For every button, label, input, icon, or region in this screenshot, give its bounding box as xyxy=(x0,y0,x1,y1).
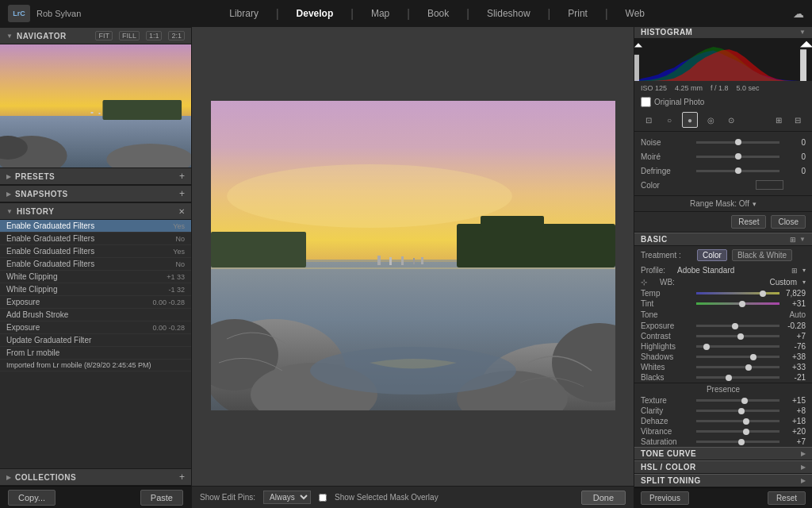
exposure-slider[interactable] xyxy=(696,325,779,327)
show-mask-checkbox[interactable] xyxy=(319,494,327,502)
nav-map[interactable]: Map xyxy=(368,6,393,21)
radial-filter-icon[interactable]: ◎ xyxy=(703,112,718,128)
vibrance-slider[interactable] xyxy=(696,430,779,433)
history-x-icon[interactable]: ✕ xyxy=(178,207,185,216)
clarity-slider[interactable] xyxy=(696,410,779,412)
basic-section-header[interactable]: Basic ⊞ ▼ xyxy=(634,233,812,246)
2to1-btn[interactable]: 2:1 xyxy=(168,31,185,40)
graduated-filter-icon[interactable]: ● xyxy=(682,112,698,128)
highlights-slider[interactable] xyxy=(696,345,779,348)
reset-close-row: Reset Close xyxy=(634,212,812,233)
color-picker[interactable] xyxy=(756,180,783,190)
svg-rect-15 xyxy=(211,232,306,267)
layout-icons: ⊞ ⊟ xyxy=(771,112,806,128)
1to1-btn[interactable]: 1:1 xyxy=(146,31,163,40)
saturation-slider[interactable] xyxy=(696,441,779,443)
history-item[interactable]: Add Brush Stroke xyxy=(0,309,191,321)
copy-button[interactable]: Copy... xyxy=(8,490,56,506)
navigator-triangle: ▼ xyxy=(6,33,13,40)
history-item-name: Add Brush Stroke xyxy=(6,310,181,319)
snapshots-header[interactable]: ▶ Snapshots + xyxy=(0,185,191,202)
history-item-name: Exposure xyxy=(6,323,148,332)
nav-library[interactable]: Library xyxy=(226,6,262,21)
collections-header[interactable]: ▶ Collections + xyxy=(0,468,191,486)
close-button[interactable]: Close xyxy=(771,215,806,229)
defringe-value: 0 xyxy=(783,167,806,175)
profile-dropdown-icon[interactable]: ▾ xyxy=(802,267,806,274)
spot-heal-icon[interactable]: ○ xyxy=(661,112,677,128)
done-button[interactable]: Done xyxy=(581,491,626,505)
history-item[interactable]: Enable Graduated Filters No xyxy=(0,258,191,271)
history-item[interactable]: White Clipping -1 32 xyxy=(0,283,191,296)
nav-web[interactable]: Web xyxy=(622,6,648,21)
snapshots-add-icon[interactable]: + xyxy=(179,188,185,199)
history-item[interactable]: Exposure 0.00 -0.28 xyxy=(0,321,191,334)
profile-browse-icon[interactable]: ⊞ xyxy=(791,267,798,275)
svg-rect-6 xyxy=(91,112,94,114)
nav-book[interactable]: Book xyxy=(424,6,452,21)
grid-icon[interactable]: ⊞ xyxy=(771,112,787,128)
dehaze-slider[interactable] xyxy=(696,420,779,422)
history-item[interactable]: Exposure 0.00 -0.28 xyxy=(0,296,191,309)
hsl-header[interactable]: HSL / Color ▶ xyxy=(634,460,812,474)
cloud-icon[interactable]: ☁ xyxy=(793,7,804,20)
basic-expand-icon[interactable]: ⊞ xyxy=(790,236,796,244)
nav-develop[interactable]: Develop xyxy=(293,6,337,21)
paste-button[interactable]: Paste xyxy=(140,490,183,506)
blacks-label: Blacks xyxy=(641,373,692,382)
presets-header[interactable]: ▶ Presets + xyxy=(0,167,191,185)
reset-bottom-button[interactable]: Reset xyxy=(768,491,806,505)
tint-slider[interactable] xyxy=(696,302,779,305)
texture-slider[interactable] xyxy=(696,399,779,402)
histogram-header[interactable]: Histogram ▼ xyxy=(634,27,812,39)
collections-add-icon[interactable]: + xyxy=(179,471,185,483)
history-item[interactable]: Update Graduated Filter xyxy=(0,334,191,347)
split-toning-header[interactable]: Split Toning ▶ xyxy=(634,474,812,487)
saturation-label: Saturation xyxy=(641,437,692,446)
temp-slider[interactable] xyxy=(696,292,779,294)
nav-slideshow[interactable]: Slideshow xyxy=(484,6,534,21)
crop-tool-icon[interactable]: ⊡ xyxy=(641,112,657,128)
whites-slider[interactable] xyxy=(696,366,779,368)
brush-tool-icon[interactable]: ⊙ xyxy=(723,112,739,128)
fill-btn[interactable]: FILL xyxy=(119,31,140,40)
history-item[interactable]: Enable Graduated Filters Yes xyxy=(0,220,191,233)
treatment-bw-btn[interactable]: Black & White xyxy=(732,249,792,261)
fit-btn[interactable]: FIT xyxy=(95,31,113,40)
eyedropper-icon[interactable]: ⊹ xyxy=(641,278,657,287)
grid2-icon[interactable]: ⊟ xyxy=(790,112,806,128)
defringe-slider[interactable] xyxy=(696,170,779,172)
noise-slider[interactable] xyxy=(696,141,779,144)
history-item[interactable]: Imported from Lr mobile (8/29/20 2:45:45… xyxy=(0,360,191,371)
tone-curve-header[interactable]: Tone Curve ▶ xyxy=(634,447,812,460)
left-panel: ▼ Navigator FIT FILL 1:1 2:1 xyxy=(0,27,192,508)
history-item[interactable]: Enable Graduated Filters No xyxy=(0,233,191,245)
previous-button[interactable]: Previous xyxy=(641,491,689,505)
noise-section: Noise 0 Moiré 0 Defringe 0 xyxy=(634,132,812,196)
history-item[interactable]: From Lr mobile xyxy=(0,347,191,360)
dehaze-row: Dehaze +18 xyxy=(634,416,812,426)
auto-button[interactable]: Auto xyxy=(789,310,806,319)
history-item[interactable]: White Clipping +1 33 xyxy=(0,271,191,283)
profile-label: Profile: xyxy=(641,266,674,275)
shadows-slider[interactable] xyxy=(696,356,779,358)
moire-slider[interactable] xyxy=(696,156,779,158)
blacks-slider[interactable] xyxy=(696,376,779,379)
contrast-slider[interactable] xyxy=(696,335,779,337)
history-item[interactable]: Enable Graduated Filters Yes xyxy=(0,245,191,258)
history-item-name: Enable Graduated Filters xyxy=(6,234,171,243)
hsl-title: HSL / Color xyxy=(641,463,696,471)
history-title: History xyxy=(17,207,54,216)
navigator-header[interactable]: ▼ Navigator FIT FILL 1:1 2:1 xyxy=(0,27,191,44)
wb-dropdown-icon[interactable]: ▾ xyxy=(802,279,806,286)
collections-title: Collections xyxy=(15,473,76,482)
edit-pins-select[interactable]: Always Auto Never xyxy=(263,491,311,504)
reset-button[interactable]: Reset xyxy=(731,215,766,229)
history-header[interactable]: ▼ History ✕ xyxy=(0,202,191,220)
treatment-color-btn[interactable]: Color xyxy=(697,249,727,261)
svg-rect-29 xyxy=(800,49,806,81)
range-mask-dropdown-icon[interactable]: ▾ xyxy=(753,200,756,208)
presets-add-icon[interactable]: + xyxy=(179,171,185,182)
nav-print[interactable]: Print xyxy=(565,6,591,21)
original-photo-checkbox[interactable] xyxy=(641,97,651,107)
